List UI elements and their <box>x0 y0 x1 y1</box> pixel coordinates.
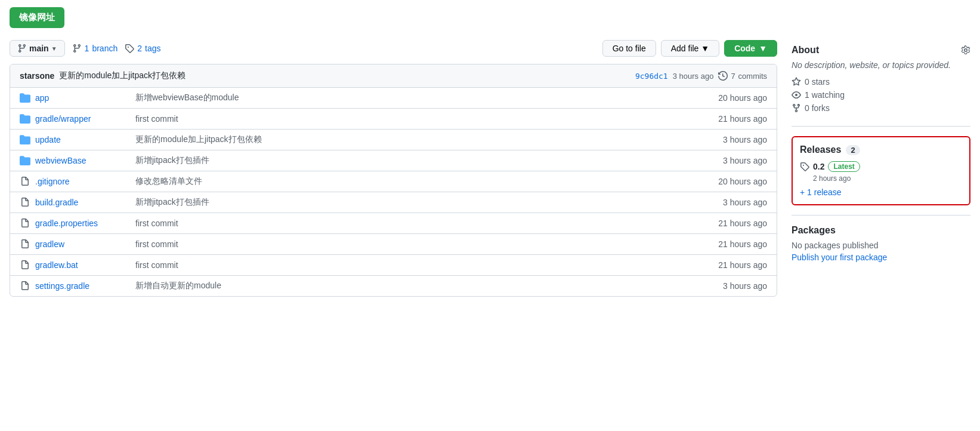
toolbar-actions: Go to file Add file ▼ Code ▼ <box>602 40 777 57</box>
forks-stat: 0 forks <box>792 103 970 113</box>
table-row: gradle.propertiesfirst commit21 hours ag… <box>10 213 777 234</box>
file-commit-message: first commit <box>135 260 713 270</box>
mirror-button[interactable]: 镜像网址 <box>10 7 64 28</box>
file-icon <box>20 218 30 229</box>
stars-stat: 0 stars <box>792 77 970 87</box>
star-icon <box>792 77 801 87</box>
table-row: gradlewfirst commit21 hours ago <box>10 234 777 255</box>
file-name[interactable]: app <box>35 93 131 103</box>
folder-icon <box>20 155 30 166</box>
about-section: About No description, website, or topics… <box>792 35 970 127</box>
file-name[interactable]: webviewBase <box>35 156 131 165</box>
tag-text: tags <box>145 44 160 53</box>
file-name[interactable]: update <box>35 135 131 144</box>
file-table: starsone 更新的module加上jitpack打包依赖 9c96dc1 … <box>10 64 777 297</box>
branch-chevron: ▼ <box>51 45 57 52</box>
file-commit-message: 修改忽略清单文件 <box>135 176 713 187</box>
releases-count: 2 <box>846 145 860 155</box>
table-row: gradlew.batfirst commit21 hours ago <box>10 255 777 276</box>
branch-text: branch <box>92 44 118 53</box>
file-commit-message: 新增jitpack打包插件 <box>135 197 718 208</box>
file-icon <box>20 239 30 250</box>
commit-history-link[interactable]: 7 commits <box>718 71 767 81</box>
commit-hash[interactable]: 9c96dc1 <box>635 72 668 81</box>
tag-count-link[interactable]: 2 tags <box>125 44 160 53</box>
file-commit-message: 新增jitpack打包插件 <box>135 155 718 166</box>
about-description: No description, website, or topics provi… <box>792 60 970 70</box>
branch-meta-icon <box>72 44 82 53</box>
file-commit-message: first commit <box>135 114 713 124</box>
file-time: 21 hours ago <box>718 218 767 228</box>
file-time: 20 hours ago <box>718 93 767 103</box>
packages-section: Packages No packages published Publish y… <box>792 215 970 272</box>
release-item: 0.2 Latest <box>800 161 962 172</box>
file-commit-message: first commit <box>135 218 713 228</box>
releases-title: Releases <box>800 144 841 155</box>
packages-description: No packages published <box>792 241 970 250</box>
history-icon <box>718 71 728 81</box>
tag-count: 2 <box>137 44 142 53</box>
file-name[interactable]: build.gradle <box>35 198 131 207</box>
table-row: build.gradle新增jitpack打包插件3 hours ago <box>10 192 777 213</box>
file-name[interactable]: gradle/wrapper <box>35 114 131 124</box>
file-icon <box>20 260 30 270</box>
file-time: 3 hours ago <box>723 281 767 291</box>
file-commit-message: first commit <box>135 239 713 249</box>
file-name[interactable]: gradle.properties <box>35 218 131 228</box>
file-icon <box>20 281 30 291</box>
release-version[interactable]: 0.2 <box>813 162 824 171</box>
table-row: settings.gradle新增自动更新的module3 hours ago <box>10 276 777 296</box>
forks-count: 0 forks <box>805 103 830 113</box>
table-row: gradle/wrapperfirst commit21 hours ago <box>10 109 777 130</box>
file-time: 3 hours ago <box>723 135 767 144</box>
file-name[interactable]: gradlew.bat <box>35 260 131 270</box>
file-time: 21 hours ago <box>718 114 767 124</box>
releases-section: Releases 2 0.2 Latest 2 hours ago + 1 re… <box>792 136 970 205</box>
folder-icon <box>20 134 30 145</box>
goto-file-button[interactable]: Go to file <box>602 40 656 57</box>
watching-stat: 1 watching <box>792 90 970 100</box>
file-commit-message: 新增webviewBase的module <box>135 93 713 103</box>
eye-icon <box>792 90 801 100</box>
publish-package-link[interactable]: Publish your first package <box>792 253 887 262</box>
file-name[interactable]: settings.gradle <box>35 281 131 291</box>
branch-count: 1 <box>85 44 89 53</box>
file-commit-message: 更新的module加上jitpack打包依赖 <box>135 134 718 145</box>
file-icon <box>20 197 30 208</box>
branch-icon <box>17 44 27 53</box>
gear-icon[interactable] <box>961 45 970 55</box>
commit-time: 3 hours ago <box>673 72 714 81</box>
file-time: 21 hours ago <box>718 239 767 249</box>
commit-author: starsone <box>20 71 54 81</box>
latest-badge: Latest <box>828 161 860 172</box>
file-icon <box>20 176 30 187</box>
about-title: About <box>792 45 819 56</box>
releases-header: Releases 2 <box>800 144 962 155</box>
repo-toolbar: main ▼ 1 branch 2 tags Go to file <box>10 35 777 64</box>
file-name[interactable]: .gitignore <box>35 177 131 186</box>
branch-count-link[interactable]: 1 branch <box>72 44 118 53</box>
folder-icon <box>20 113 30 124</box>
add-file-button[interactable]: Add file ▼ <box>661 40 719 57</box>
more-releases-link[interactable]: + 1 release <box>800 187 962 197</box>
table-row: app新增webviewBase的module20 hours ago <box>10 88 777 109</box>
stars-count: 0 stars <box>805 77 830 87</box>
release-tag-icon <box>800 162 809 171</box>
right-sidebar: About No description, website, or topics… <box>792 35 970 297</box>
file-time: 3 hours ago <box>723 156 767 165</box>
file-time: 20 hours ago <box>718 177 767 186</box>
table-row: update更新的module加上jitpack打包依赖3 hours ago <box>10 130 777 150</box>
about-header: About <box>792 45 970 56</box>
folder-icon <box>20 93 30 103</box>
packages-title: Packages <box>792 225 970 236</box>
release-time: 2 hours ago <box>813 174 962 183</box>
tag-icon <box>125 44 134 53</box>
code-button[interactable]: Code ▼ <box>724 40 777 57</box>
file-rows: app新增webviewBase的module20 hours agogradl… <box>10 88 777 296</box>
file-time: 21 hours ago <box>718 260 767 270</box>
commits-label: commits <box>738 72 767 81</box>
branch-selector[interactable]: main ▼ <box>10 40 65 57</box>
table-row: webviewBase新增jitpack打包插件3 hours ago <box>10 150 777 171</box>
file-name[interactable]: gradlew <box>35 239 131 249</box>
commit-count: 7 <box>731 72 735 81</box>
